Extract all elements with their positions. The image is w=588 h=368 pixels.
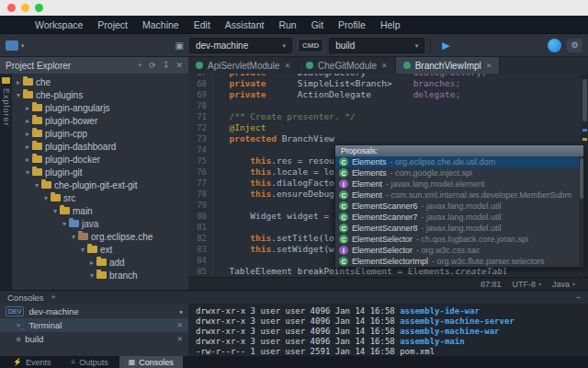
expand-arrow-icon[interactable]: ▸ xyxy=(23,117,32,125)
menu-run[interactable]: Run xyxy=(271,16,303,34)
delete-icon[interactable]: ✕ xyxy=(175,62,183,70)
close-icon[interactable]: ✕ xyxy=(381,62,388,70)
tree-item-label: plugin-bower xyxy=(45,116,97,126)
proposal-item[interactable]: CElementcom.sun.xml.internal.ws.develope… xyxy=(335,190,583,201)
tree-item[interactable]: ▾java xyxy=(12,217,188,230)
expand-arrow-icon[interactable]: ▸ xyxy=(23,143,32,151)
tree-item[interactable]: ▸plugin-cpp xyxy=(12,127,188,140)
proposals-scrollbar[interactable] xyxy=(579,156,583,267)
expand-arrow-icon[interactable]: ▾ xyxy=(23,168,32,177)
proposal-item[interactable]: IElementjavax.lang.model.element xyxy=(335,178,583,190)
refresh-icon[interactable]: ⟳ xyxy=(149,62,156,70)
code-line[interactable]: 71 /** Create presenter. */ xyxy=(188,111,588,122)
close-icon[interactable]: ✕ xyxy=(176,321,183,329)
expand-arrow-icon[interactable]: ▾ xyxy=(78,246,87,254)
tab-chegitmodule[interactable]: CheGitModule ✕ xyxy=(299,57,396,74)
workspace-selector[interactable]: ▾ xyxy=(6,40,25,51)
expand-arrow-icon[interactable]: ▾ xyxy=(32,181,41,190)
tree-item[interactable]: ▾branch xyxy=(12,269,188,282)
menu-help[interactable]: Help xyxy=(373,16,408,34)
expand-arrow-icon[interactable]: ▾ xyxy=(87,271,96,280)
tree-item[interactable]: ▾ext xyxy=(12,243,188,256)
proposal-item[interactable]: CElementScanner7javax.lang.model.util xyxy=(335,212,583,223)
close-icon[interactable]: ✕ xyxy=(486,62,492,70)
tree-item[interactable]: ▾main xyxy=(12,204,188,217)
machine-selector[interactable]: dev-machine ▾ xyxy=(189,38,292,53)
proposal-item[interactable]: IElementSelectororg.w3c.css.sac xyxy=(335,245,583,256)
minimize-panel-icon[interactable]: − xyxy=(576,293,581,302)
code-line[interactable]: 70 xyxy=(188,100,588,111)
terminal-output[interactable]: drwxr-xr-x 3 user user 4096 Jan 14 16:58… xyxy=(188,304,588,356)
expand-arrow-icon[interactable]: ▾ xyxy=(41,194,51,202)
toolbar-divider xyxy=(430,38,431,52)
tree-item[interactable]: ▾che-plugins xyxy=(12,88,188,101)
process-dev-machine[interactable]: DEV dev-machine ● xyxy=(0,305,188,318)
tree-item[interactable]: ▾plugin-git xyxy=(12,166,188,178)
proposal-item[interactable]: CElementScanner8javax.lang.model.util xyxy=(335,223,583,234)
toolbar: ▾ ▣ dev-machine ▾ CMD build ▾ ▶ ⚙ xyxy=(0,34,588,57)
tab-events[interactable]: ⚡Events xyxy=(4,356,61,368)
import-icon[interactable]: ↧ xyxy=(163,62,170,70)
process-terminal[interactable]: >_ Terminal ✕ xyxy=(0,318,188,332)
class-icon: C xyxy=(339,157,348,167)
tab-outputs[interactable]: ≡Outputs xyxy=(62,356,118,368)
tab-apiservletmodule[interactable]: ApiServletModule ✕ xyxy=(188,57,299,74)
tree-item[interactable]: ▸add xyxy=(12,256,188,269)
gear-icon: ⚙ xyxy=(17,336,20,343)
tree-item[interactable]: ▸che xyxy=(12,75,188,88)
proposal-item[interactable]: CElementSelectorImplorg.w3c.flute.parser… xyxy=(335,256,583,267)
menu-project[interactable]: Project xyxy=(90,16,135,34)
encoding-selector[interactable]: UTF-8▾ xyxy=(512,280,541,289)
code-line[interactable]: 69 private ActionDelegate delegate; xyxy=(188,89,588,100)
scrollbar-thumb[interactable] xyxy=(580,158,583,199)
command-selector[interactable]: build ▾ xyxy=(329,38,424,53)
tree-item[interactable]: ▾org.eclipse.che xyxy=(12,230,188,243)
maximize-window-button[interactable] xyxy=(35,4,43,12)
expand-arrow-icon[interactable]: ▸ xyxy=(23,155,32,164)
code-line[interactable]: 68 private SimpleList<Branch> branches; xyxy=(188,78,588,89)
settings-button[interactable]: ⚙ xyxy=(567,39,582,52)
tree-item[interactable]: ▸plugin-angularjs xyxy=(12,101,188,114)
tab-branchviewimpl[interactable]: BranchViewImpl ✕ xyxy=(396,57,501,74)
menu-git[interactable]: Git xyxy=(304,16,331,34)
scrollbar-thumb[interactable] xyxy=(582,79,587,121)
tab-label: BranchViewImpl xyxy=(415,61,481,71)
menu-edit[interactable]: Edit xyxy=(187,16,218,34)
expand-arrow-icon[interactable]: ▸ xyxy=(14,78,23,86)
proposal-item[interactable]: CElementSelectorch.qos.logback.core.jora… xyxy=(335,234,583,245)
notifications-badge[interactable] xyxy=(548,39,561,52)
tree-item[interactable]: ▸plugin-docker xyxy=(12,153,188,166)
expand-arrow-icon[interactable]: ▾ xyxy=(51,207,60,215)
tree-item[interactable]: ▸plugin-bower xyxy=(12,114,188,127)
tree-item[interactable]: ▾che-plugin-git-ext-git xyxy=(12,178,188,191)
proposal-item[interactable]: CElementscom.google.inject.spi xyxy=(335,167,583,178)
tab-consoles[interactable]: ▦Consoles xyxy=(119,356,183,368)
language-selector[interactable]: Java▾ xyxy=(552,280,575,289)
close-window-button[interactable] xyxy=(7,4,16,12)
file-name: pom.xml xyxy=(400,347,435,356)
close-icon[interactable]: ✕ xyxy=(284,62,290,70)
tree-item[interactable]: ▾src xyxy=(12,191,188,204)
expand-arrow-icon[interactable]: ▾ xyxy=(69,233,78,241)
proposal-item[interactable]: CElementsorg.eclipse.che.ide.util.dom xyxy=(335,156,583,167)
code-line[interactable]: 72 @Inject xyxy=(188,122,588,133)
expand-arrow-icon[interactable]: ▾ xyxy=(14,91,23,99)
minimize-window-button[interactable] xyxy=(21,4,29,12)
menu-workspace[interactable]: Workspace xyxy=(28,16,90,34)
close-icon[interactable]: ✕ xyxy=(176,335,183,343)
menu-profile[interactable]: Profile xyxy=(331,16,373,34)
run-command-button[interactable]: ▶ xyxy=(442,40,449,52)
process-build[interactable]: ⚙ build ✕ xyxy=(0,332,188,346)
expand-arrow-icon[interactable]: ▾ xyxy=(60,220,69,228)
explorer-side-tab[interactable]: Explorer xyxy=(0,74,12,290)
tree-item[interactable]: ▸plugin-dashboard xyxy=(12,140,188,153)
expand-arrow-icon[interactable]: ▸ xyxy=(23,104,32,112)
expand-arrow-icon[interactable]: ▸ xyxy=(87,259,96,267)
expand-arrow-icon[interactable]: ▸ xyxy=(23,130,32,138)
menu-machine[interactable]: Machine xyxy=(135,16,187,34)
add-console-icon[interactable]: + xyxy=(51,293,56,302)
menu-assistant[interactable]: Assistant xyxy=(218,16,272,34)
proposal-item[interactable]: CElementScanner6javax.lang.model.util xyxy=(335,201,583,212)
code-line[interactable]: 73 protected BranchView xyxy=(188,133,588,144)
add-project-icon[interactable]: + xyxy=(138,62,142,70)
